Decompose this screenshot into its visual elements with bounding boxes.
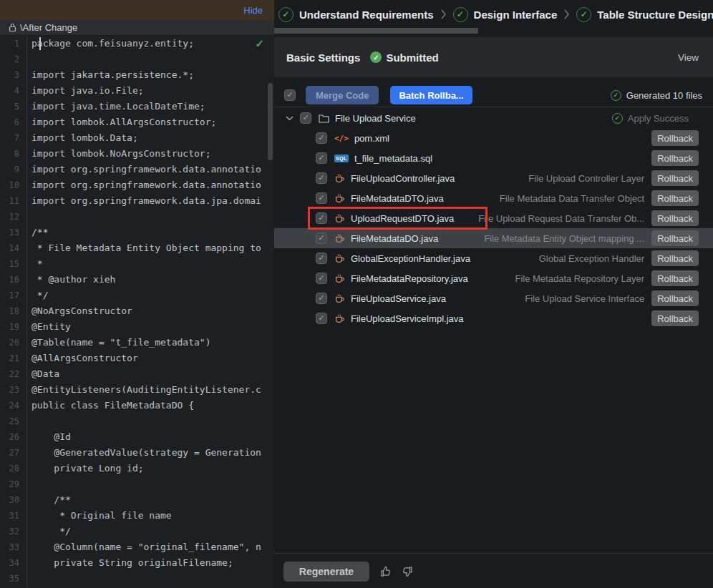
inspection-ok-icon: ✓ [255, 37, 264, 50]
code-line: 24public class FileMetadataDO { [0, 398, 274, 413]
chevron-right-icon [440, 9, 447, 20]
code-line: 28 private Long id; [0, 461, 274, 476]
divider [274, 553, 713, 554]
code-line: 26 @Id [0, 429, 274, 445]
code-line: 7import lombok.Data; [0, 130, 274, 146]
java-file-icon [334, 193, 345, 204]
rollback-button[interactable]: Rollback [651, 190, 699, 206]
file-row-fileuploadcontroller[interactable]: ✓ FileUploadController.java File Upload … [274, 168, 713, 188]
file-list-toolbar: ✓ Merge Code Batch Rollba... ✓ Generated… [274, 84, 713, 106]
group-row-file-upload-service[interactable]: ✓ File Upload Service ✓ Apply Success [274, 108, 713, 128]
status-badge: Submitted [386, 52, 438, 64]
code-line: 8import lombok.NoArgsConstructor; [0, 146, 274, 162]
after-change-tab[interactable]: \After Change [0, 20, 274, 36]
code-line: 33 @Column(name = "original_filename", n [0, 539, 274, 555]
step-table-structure-design[interactable]: ✓ Table Structure Design [576, 7, 713, 22]
file-row-fileuploadserviceimpl[interactable]: ✓ FileUploadServiceImpl.java Rollback [274, 308, 713, 328]
code-line: 20@Table(name = "t_file_metadata") [0, 335, 274, 351]
code-line: 9import org.springframework.data.annotat… [0, 162, 274, 177]
code-line: 14 * File Metadata Entity Object mapping… [0, 240, 274, 256]
code-line: 30 /** [0, 492, 274, 508]
code-line: 25 [0, 413, 274, 429]
file-checkbox[interactable]: ✓ [316, 232, 327, 244]
batch-rollback-button[interactable]: Batch Rollba... [390, 86, 472, 104]
file-checkbox[interactable]: ✓ [316, 273, 327, 284]
diff-editor-pane: Hide \After Change ✓ 1package com.feisua… [0, 0, 274, 588]
workflow-steps: ✓ Understand Requirements ✓ Design Inter… [274, 0, 713, 29]
generated-check-icon: ✓ [611, 90, 621, 101]
rollback-button[interactable]: Rollback [651, 150, 699, 166]
code-line: 4import java.io.File; [0, 83, 274, 99]
code-line: 6import lombok.AllArgsConstructor; [0, 114, 274, 130]
step-understand-requirements[interactable]: ✓ Understand Requirements [278, 7, 434, 22]
thumbs-up-icon[interactable] [379, 565, 392, 578]
code-line: 13/** [0, 225, 274, 240]
code-line: 32 */ [0, 524, 274, 539]
code-line: 31 * Original file name [0, 508, 274, 524]
java-file-icon [334, 233, 345, 244]
rollback-button[interactable]: Rollback [651, 210, 699, 226]
rollback-button[interactable]: Rollback [651, 270, 699, 286]
code-area[interactable]: ✓ 1package com.feisuanyz.entity; 2 3impo… [0, 36, 274, 587]
rollback-button[interactable]: Rollback [651, 250, 699, 266]
hide-link[interactable]: Hide [243, 5, 263, 16]
file-row-filemetadatadto[interactable]: ✓ FileMetadataDTO.java File Metadata Dat… [274, 188, 713, 208]
rollback-button[interactable]: Rollback [651, 170, 699, 186]
code-line: 17 */ [0, 288, 274, 303]
file-row-filemetadatado[interactable]: ✓ FileMetadataDO.java File Metadata Enti… [274, 228, 713, 248]
code-line: 29 [0, 476, 274, 492]
step-check-icon: ✓ [278, 7, 294, 22]
file-checkbox[interactable]: ✓ [316, 192, 327, 204]
file-checkbox[interactable]: ✓ [316, 172, 327, 184]
file-row-sql[interactable]: ✓ SQL t_file_metadata.sql Rollback [274, 148, 713, 168]
file-checkbox[interactable]: ✓ [316, 313, 327, 324]
code-line: 22@Data [0, 366, 274, 382]
code-line: 2 [0, 52, 274, 67]
file-checkbox[interactable]: ✓ [316, 293, 327, 304]
file-row-fileuploadservice[interactable]: ✓ FileUploadService.java File Upload Ser… [274, 288, 713, 308]
text-caret [39, 37, 41, 50]
rollback-button[interactable]: Rollback [651, 230, 699, 246]
folder-icon [319, 114, 329, 123]
code-line: 23@EntityListeners(AuditingEntityListene… [0, 382, 274, 398]
rollback-button[interactable]: Rollback [651, 290, 699, 306]
chevron-right-icon [563, 9, 570, 20]
file-checkbox[interactable]: ✓ [316, 132, 327, 144]
java-file-icon [334, 253, 345, 264]
file-row-globalexceptionhandler[interactable]: ✓ GlobalExceptionHandler.java Global Exc… [274, 248, 713, 268]
java-file-icon [334, 313, 345, 324]
code-line: 27 @GeneratedValue(strategy = Generation [0, 445, 274, 461]
divider [274, 107, 713, 107]
select-all-checkbox[interactable]: ✓ [284, 89, 296, 101]
java-file-icon [334, 213, 345, 224]
view-link[interactable]: View [678, 52, 699, 63]
basic-settings-card: Basic Settings ✓ Submitted View [274, 37, 713, 77]
code-line: 12 [0, 209, 274, 225]
code-line: 3import jakarta.persistence.*; [0, 67, 274, 83]
file-checkbox[interactable]: ✓ [316, 212, 327, 224]
file-row-pom-xml[interactable]: ✓ </> pom.xml Rollback [274, 128, 713, 148]
file-row-filemetadatarepository[interactable]: ✓ FileMetadataRepository.java File Metad… [274, 268, 713, 288]
rollback-button[interactable]: Rollback [651, 310, 699, 326]
code-line: 19@Entity [0, 319, 274, 335]
step-design-interface[interactable]: ✓ Design Interface [453, 7, 558, 22]
group-name: File Upload Service [335, 113, 416, 124]
diff-header-bar: Hide [0, 0, 274, 20]
java-file-icon [334, 173, 345, 184]
lock-icon [9, 23, 16, 32]
group-checkbox[interactable]: ✓ [300, 112, 311, 124]
thumbs-down-icon[interactable] [401, 565, 414, 578]
code-line: 21@AllArgsConstructor [0, 351, 274, 366]
apply-status: ✓ Apply Success [612, 113, 689, 124]
chevron-down-icon[interactable] [286, 116, 294, 121]
step-check-icon: ✓ [453, 7, 468, 22]
merge-code-button[interactable]: Merge Code [306, 86, 379, 104]
rollback-button[interactable]: Rollback [651, 130, 699, 146]
horizontal-scrollbar[interactable] [274, 28, 478, 34]
editor-vertical-scrollbar[interactable] [268, 83, 273, 160]
file-row-uploadrequestdto[interactable]: ✓ UploadRequestDTO.java File Upload Requ… [274, 208, 713, 228]
file-checkbox[interactable]: ✓ [316, 152, 327, 164]
regenerate-button[interactable]: Regenerate [283, 562, 369, 582]
file-checkbox[interactable]: ✓ [316, 253, 327, 264]
code-line: 35 [0, 571, 274, 587]
